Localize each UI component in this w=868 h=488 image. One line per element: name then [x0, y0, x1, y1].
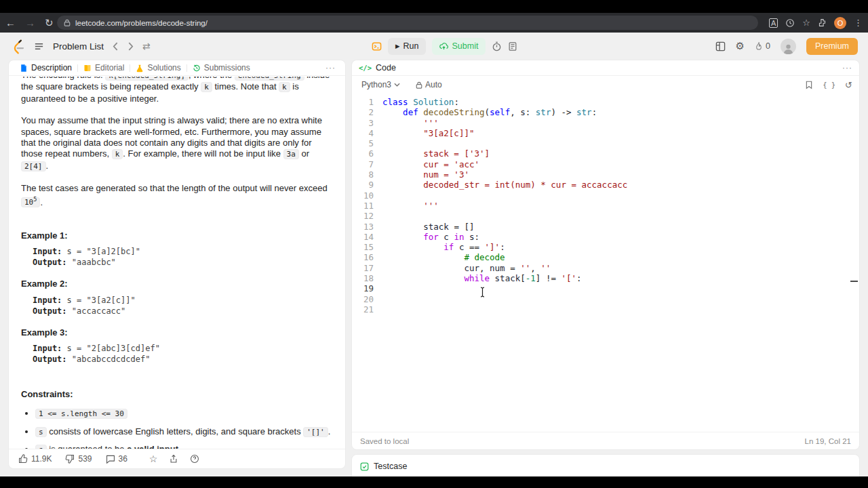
comment-icon [106, 454, 115, 464]
translate-icon[interactable]: A [769, 18, 778, 28]
code-line[interactable]: 14 for c in s: [352, 232, 854, 242]
lock-icon [416, 81, 422, 89]
language-selector[interactable]: Python3 [359, 79, 403, 91]
problem-description: The encoding rule is: k[encoded_string],… [21, 77, 333, 449]
dislike-button[interactable]: 539 [65, 454, 92, 464]
leetcode-header: Problem List ⇄ ▶ Run [0, 33, 868, 60]
code-line[interactable]: 8 num = '3' [352, 169, 854, 180]
example-block: Input: s = "3[a]2[bc]"Output: "aaabcbc" [21, 246, 333, 268]
code-editor[interactable]: 1class Solution:2 def decodeString(self,… [352, 97, 854, 428]
code-panel-header: </> Code ··· [352, 60, 859, 76]
problem-statement: The encoding rule is: k[encoded_string],… [21, 77, 333, 209]
example-title: Example 1: [21, 230, 333, 241]
letterbox-top [0, 0, 868, 13]
code-line[interactable]: 5 [352, 138, 854, 148]
layout-icon[interactable] [715, 41, 726, 52]
favorite-star-icon[interactable]: ☆ [149, 453, 158, 464]
code-line[interactable]: 1class Solution: [352, 97, 854, 107]
history-icon[interactable] [785, 18, 795, 28]
code-tag-icon: </> [359, 64, 372, 72]
debug-icon[interactable] [372, 41, 382, 52]
tab-editorial[interactable]: Editorial [78, 60, 130, 75]
code-line[interactable]: 15 if c == ']': [352, 242, 854, 252]
leetcode-page: Problem List ⇄ ▶ Run [0, 33, 868, 477]
premium-button[interactable]: Premium [806, 38, 858, 55]
format-braces-icon[interactable]: { } [823, 81, 835, 89]
settings-gear-icon[interactable]: ⚙ [736, 40, 745, 52]
letterbox-bottom [0, 476, 868, 488]
code-panel-title: Code [376, 63, 396, 73]
browser-avatar[interactable]: O [834, 17, 846, 29]
run-button[interactable]: ▶ Run [388, 38, 426, 55]
upload-icon [439, 42, 448, 51]
browser-forward-button[interactable]: → [25, 17, 35, 28]
editor-status-bar: Saved to local Ln 19, Col 21 [352, 432, 859, 449]
example-block: Input: s = "3[a2[c]]"Output: "accaccacc" [21, 295, 333, 317]
code-line[interactable]: 18 while stack[-1] != '[': [352, 273, 854, 283]
bookmark-star-icon[interactable]: ☆ [802, 18, 810, 28]
code-line[interactable]: 12 [352, 211, 854, 221]
reset-code-icon[interactable]: ↺ [845, 80, 852, 90]
auto-save-toggle[interactable]: Auto [416, 80, 442, 89]
like-count: 11.9K [31, 454, 52, 464]
description-icon [20, 64, 28, 73]
browser-reload-button[interactable]: ↻ [45, 17, 54, 29]
code-line[interactable]: 17 cur, num = '', '' [352, 263, 854, 273]
description-panel: Description Editorial Solutions Submissi… [8, 60, 346, 469]
prev-problem-button[interactable] [113, 42, 119, 51]
timer-icon[interactable] [492, 41, 502, 52]
address-bar[interactable]: leetcode.com/problems/decode-string/ [57, 16, 758, 30]
paragraph: The encoding rule is: k[encoded_string],… [21, 77, 333, 104]
like-button[interactable]: 11.9K [18, 454, 52, 464]
examples: Example 1:Input: s = "3[a]2[bc]"Output: … [21, 230, 333, 365]
notes-icon[interactable] [508, 41, 517, 52]
code-line[interactable]: 19 [352, 283, 854, 293]
thumbs-up-icon [18, 454, 28, 464]
streak-counter[interactable]: 0 [755, 41, 770, 51]
editor-toolbar: Python3 Auto { } ↺ [352, 76, 859, 94]
lock-icon [64, 19, 71, 26]
code-line[interactable]: 3 ''' [352, 118, 854, 128]
share-icon[interactable] [169, 454, 178, 464]
constraint-item: 1 <= s.length <= 30 [35, 408, 333, 420]
bookmark-icon[interactable] [805, 81, 813, 89]
problem-footer: 11.9K 539 36 ☆ [9, 449, 345, 468]
browser-toolbar: ← → ↻ leetcode.com/problems/decode-strin… [0, 13, 868, 33]
code-line[interactable]: 21 [352, 304, 854, 314]
browser-menu-icon[interactable]: ⋮ [854, 18, 863, 28]
flask-icon [136, 64, 144, 73]
testcase-check-icon [360, 462, 369, 471]
scrollbar-cursor-marker[interactable] [850, 281, 858, 282]
comments-button[interactable]: 36 [106, 454, 127, 464]
leetcode-logo[interactable] [11, 38, 25, 54]
code-line[interactable]: 4 "3[a2[c]]" [352, 128, 854, 138]
code-line[interactable]: 7 cur = 'acc' [352, 159, 854, 169]
tab-submissions[interactable]: Submissions [187, 60, 256, 75]
extensions-icon[interactable] [818, 18, 827, 27]
tab-solutions[interactable]: Solutions [130, 60, 186, 75]
browser-back-button[interactable]: ← [5, 17, 16, 28]
code-line[interactable]: 13 stack = [] [352, 222, 854, 232]
description-tab-bar: Description Editorial Solutions Submissi… [9, 60, 345, 76]
code-line[interactable]: 2 def decodeString(self, s: str) -> str: [352, 107, 854, 117]
dislike-count: 539 [78, 454, 92, 464]
code-line[interactable]: 16 # decode [352, 252, 854, 262]
tab-description[interactable]: Description [14, 60, 77, 75]
code-line[interactable]: 6 stack = ['3'] [352, 148, 854, 159]
user-avatar[interactable] [781, 39, 796, 54]
code-line[interactable]: 11 ''' [352, 201, 854, 211]
code-panel-menu[interactable]: ··· [842, 63, 852, 73]
submit-button[interactable]: Submit [432, 38, 486, 55]
code-line[interactable]: 9 decoded_str = int(num) * cur = accacca… [352, 180, 854, 190]
comment-count: 36 [119, 454, 127, 464]
feedback-icon[interactable] [190, 454, 199, 464]
next-problem-button[interactable] [127, 42, 134, 51]
shuffle-icon[interactable]: ⇄ [142, 41, 151, 52]
testcase-header[interactable]: Testcase [352, 455, 859, 478]
tab-overflow-menu[interactable]: ··· [326, 63, 340, 73]
paragraph: The test cases are generated so that the… [21, 183, 333, 208]
problem-list-icon[interactable] [34, 41, 44, 52]
problem-list-link[interactable]: Problem List [53, 41, 104, 52]
code-line[interactable]: 20 [352, 294, 854, 304]
code-line[interactable]: 10 [352, 190, 854, 201]
